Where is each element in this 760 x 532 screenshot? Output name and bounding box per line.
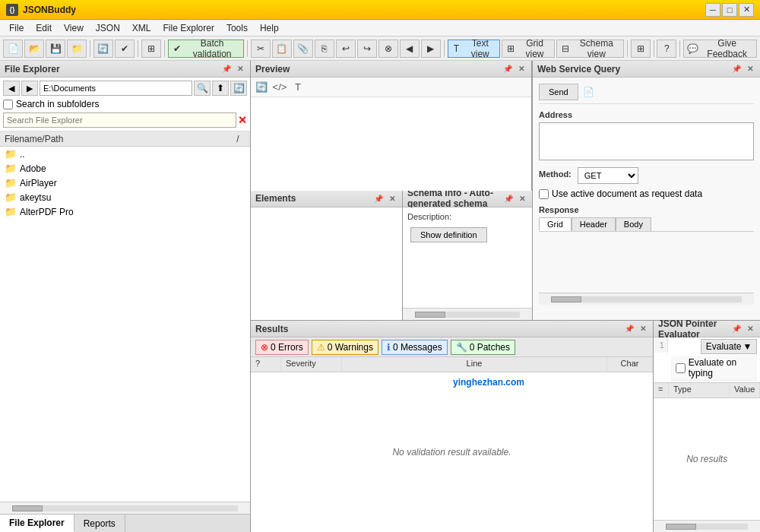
schema-hscroll-thumb[interactable] xyxy=(415,312,445,318)
menu-help[interactable]: Help xyxy=(254,21,285,35)
feedback-button[interactable]: 💬 Give Feedback xyxy=(683,40,757,58)
paste-button[interactable]: 📎 xyxy=(293,40,313,58)
tab-reports[interactable]: Reports xyxy=(74,515,125,532)
jpe-hscroll[interactable] xyxy=(654,520,760,532)
messages-button[interactable]: ℹ 0 Messages xyxy=(382,340,448,355)
fe-close-icon[interactable]: ✕ xyxy=(235,64,245,74)
minimize-button[interactable]: ─ xyxy=(705,3,720,17)
ws-hscroll-thumb[interactable] xyxy=(551,296,581,302)
errors-button[interactable]: ⊗ 0 Errors xyxy=(255,340,309,355)
forward-button[interactable]: ▶ xyxy=(421,40,441,58)
menu-json[interactable]: JSON xyxy=(90,21,126,35)
maximize-button[interactable]: □ xyxy=(722,3,737,17)
tab-header[interactable]: Header xyxy=(572,217,616,231)
schema-close-icon[interactable]: ✕ xyxy=(517,194,527,204)
list-item[interactable]: 📁 AlterPDF Pro xyxy=(0,204,250,219)
open-button[interactable]: 📂 xyxy=(24,40,44,58)
show-definition-button[interactable]: Show definition xyxy=(410,227,487,242)
ws-content: Send 📄 Address Method: GET POST PUT DELE… xyxy=(533,78,760,320)
evaluate-on-typing-checkbox[interactable] xyxy=(676,363,686,373)
validate-button[interactable]: ✔ xyxy=(115,40,135,58)
table-view-button[interactable]: ⊞ xyxy=(631,40,651,58)
stop-button[interactable]: ⊗ xyxy=(378,40,398,58)
tab-body[interactable]: Body xyxy=(616,217,651,231)
pin-icon[interactable]: 📌 xyxy=(220,64,233,74)
copy2-button[interactable]: ⎘ xyxy=(315,40,334,58)
tab-grid[interactable]: Grid xyxy=(539,217,572,231)
grid-view-toolbar[interactable]: ⊞ xyxy=(141,40,161,58)
wrench-icon: 🔧 xyxy=(456,342,467,353)
batch-validation-button[interactable]: ✔ Batch validation xyxy=(168,40,244,58)
save-button[interactable]: 💾 xyxy=(46,40,65,58)
list-item[interactable]: 📁 Adobe xyxy=(0,161,250,176)
nav-back-button[interactable]: ◀ xyxy=(3,81,20,96)
ws-method-select[interactable]: GET POST PUT DELETE xyxy=(578,167,638,184)
fe-tabs: File Explorer Reports xyxy=(0,514,250,532)
open-folder-button[interactable]: 📁 xyxy=(67,40,87,58)
ws-send-icon[interactable]: 📄 xyxy=(583,87,594,97)
ws-send-button[interactable]: Send xyxy=(539,84,578,100)
folder-up-button[interactable]: ⬆ xyxy=(212,81,229,96)
search-subfolders-checkbox[interactable] xyxy=(3,100,13,109)
list-item[interactable]: 📁 .. xyxy=(0,147,250,161)
ws-hscroll[interactable] xyxy=(539,293,754,305)
ws-close-icon[interactable]: ✕ xyxy=(745,64,755,74)
results-close-icon[interactable]: ✕ xyxy=(638,324,648,334)
menu-view[interactable]: View xyxy=(58,21,90,35)
search-input[interactable] xyxy=(3,112,236,128)
schema-hscroll[interactable] xyxy=(403,308,532,320)
list-item[interactable]: 📁 AirPlayer xyxy=(0,176,250,190)
undo-button[interactable]: ↩ xyxy=(336,40,356,58)
search-clear-icon[interactable]: ✕ xyxy=(238,114,247,126)
schema-pin-icon[interactable]: 📌 xyxy=(502,194,515,204)
elements-close-icon[interactable]: ✕ xyxy=(387,194,397,204)
patches-button[interactable]: 🔧 0 Patches xyxy=(451,340,515,355)
menu-file[interactable]: File xyxy=(3,21,30,35)
file-explorer-header: File Explorer 📌 ✕ xyxy=(0,61,250,78)
cut-button[interactable]: ✂ xyxy=(251,40,271,58)
schema-view-button[interactable]: ⊟ Schema view xyxy=(556,40,624,58)
jpe-close-icon[interactable]: ✕ xyxy=(745,324,755,334)
sep6 xyxy=(627,40,628,57)
ws-address-input[interactable] xyxy=(539,122,754,160)
preview-text-button[interactable]: T xyxy=(290,80,306,95)
help-button[interactable]: ? xyxy=(657,40,676,58)
list-item[interactable]: 📁 akeytsu xyxy=(0,190,250,204)
file-name: AlterPDF Pro xyxy=(20,207,245,217)
preview-code-button[interactable]: </> xyxy=(272,80,287,95)
copy-button[interactable]: 📋 xyxy=(272,40,292,58)
grid-view-button[interactable]: ⊞ Grid view xyxy=(502,40,555,58)
file-list-hscroll[interactable] xyxy=(0,502,250,514)
redo-button[interactable]: ↪ xyxy=(357,40,377,58)
preview-pin-icon[interactable]: 📌 xyxy=(501,64,515,74)
ws-use-active-doc-checkbox[interactable] xyxy=(539,189,549,199)
preview-refresh-button[interactable]: 🔄 xyxy=(254,80,269,95)
evaluate-button[interactable]: Evaluate ▼ xyxy=(701,339,758,354)
path-input[interactable] xyxy=(40,81,192,96)
results-pin-icon[interactable]: 📌 xyxy=(622,324,636,334)
jpe-pin-icon[interactable]: 📌 xyxy=(730,324,743,334)
preview-close-icon[interactable]: ✕ xyxy=(516,64,527,74)
schema-hscroll-track xyxy=(415,312,520,318)
hscroll-thumb[interactable] xyxy=(12,505,43,511)
file-name: Adobe xyxy=(20,163,245,174)
tab-file-explorer[interactable]: File Explorer xyxy=(0,515,74,532)
jpe-hscroll-thumb[interactable] xyxy=(666,524,696,530)
close-button[interactable]: ✕ xyxy=(739,3,754,17)
menu-tools[interactable]: Tools xyxy=(220,21,254,35)
menu-xml[interactable]: XML xyxy=(126,21,157,35)
refresh-fe-button[interactable]: 🔄 xyxy=(230,81,247,96)
new-button[interactable]: 📄 xyxy=(3,40,23,58)
refresh-button[interactable]: 🔄 xyxy=(93,40,113,58)
menu-edit[interactable]: Edit xyxy=(30,21,58,35)
ws-pin-icon[interactable]: 📌 xyxy=(730,64,743,74)
bottom-panels: Results 📌 ✕ ⊗ 0 Errors ⚠ 0 Warnings xyxy=(251,321,760,532)
jpe-header: JSON Pointer Evaluator 📌 ✕ xyxy=(654,321,760,337)
nav-forward-button[interactable]: ▶ xyxy=(21,81,38,96)
elements-pin-icon[interactable]: 📌 xyxy=(372,194,385,204)
back-button[interactable]: ◀ xyxy=(400,40,420,58)
menu-file-explorer[interactable]: File Explorer xyxy=(157,21,220,35)
text-view-button[interactable]: T Text view xyxy=(448,40,500,58)
warnings-button[interactable]: ⚠ 0 Warnings xyxy=(312,340,378,355)
search-icon-btn[interactable]: 🔍 xyxy=(194,81,211,96)
